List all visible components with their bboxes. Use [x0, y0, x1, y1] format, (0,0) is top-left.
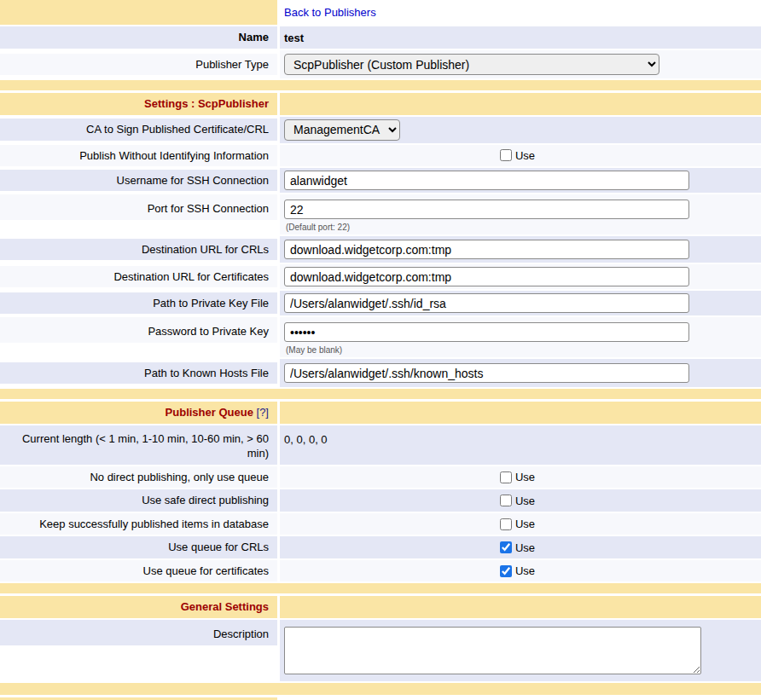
only-queue-checkbox[interactable] — [500, 471, 512, 483]
name-value: test — [280, 26, 761, 49]
queue-crls-checkbox[interactable] — [500, 541, 512, 553]
keep-published-checkbox[interactable] — [500, 518, 512, 530]
queue-header-spacer — [280, 402, 761, 424]
ca-sign-select[interactable]: ManagementCA — [284, 119, 400, 141]
crl-url-input[interactable] — [284, 240, 689, 259]
queue-certs-row: Use queue for certificates Use — [0, 560, 761, 582]
safe-direct-row: Use safe direct publishing Use — [0, 489, 761, 512]
safe-direct-checkbox[interactable] — [500, 495, 512, 506]
anonymize-label: Publish Without Identifying Information — [0, 145, 277, 167]
name-row: Name test — [0, 26, 761, 49]
anonymize-checkbox-label: Use — [515, 149, 535, 162]
only-queue-label: No direct publishing, only use queue — [0, 466, 277, 489]
queue-certs-label: Use queue for certificates — [0, 560, 277, 582]
key-password-input[interactable] — [284, 322, 689, 342]
section-separator — [0, 583, 761, 593]
general-header-spacer — [280, 596, 761, 618]
ca-sign-label: CA to Sign Published Certificate/CRL — [0, 119, 277, 141]
key-password-row: Password to Private Key (May be blank) — [0, 317, 761, 357]
queue-crls-label: Use queue for CRLs — [0, 536, 277, 558]
keep-published-label: Keep successfully published items in dat… — [0, 513, 277, 535]
queue-certs-checkbox[interactable] — [500, 565, 512, 577]
cert-url-input[interactable] — [284, 267, 689, 286]
queue-length-value: 0, 0, 0, 0 — [280, 425, 761, 465]
queue-header-cell: Publisher Queue [?] — [0, 402, 277, 424]
key-path-input[interactable] — [284, 293, 689, 313]
anonymize-checkbox[interactable] — [500, 149, 512, 161]
ssh-port-label: Port for SSH Connection — [0, 194, 277, 220]
only-queue-checkbox-label: Use — [515, 471, 535, 483]
known-hosts-input[interactable] — [284, 363, 689, 383]
keep-published-checkbox-label: Use — [515, 518, 535, 530]
queue-length-row: Current length (< 1 min, 1-10 min, 10-60… — [0, 425, 761, 465]
queue-header-row: Publisher Queue [?] — [0, 402, 761, 424]
key-password-note: (May be blank) — [284, 345, 751, 355]
anonymize-row: Publish Without Identifying Information … — [0, 145, 761, 167]
crl-url-row: Destination URL for CRLs — [0, 236, 761, 263]
safe-direct-label: Use safe direct publishing — [0, 489, 277, 512]
ssh-port-note: (Default port: 22) — [284, 223, 751, 232]
back-link-row: Back to Publishers — [0, 0, 761, 25]
queue-help-link[interactable]: [?] — [257, 406, 269, 419]
ssh-port-input[interactable] — [284, 200, 689, 219]
key-path-row: Path to Private Key File — [0, 291, 761, 315]
back-link-row-spacer — [0, 0, 277, 25]
publisher-type-row: Publisher Type ScpPublisher (Custom Publ… — [0, 50, 761, 78]
only-queue-row: No direct publishing, only use queue Use — [0, 466, 761, 489]
ca-sign-row: CA to Sign Published Certificate/CRL Man… — [0, 117, 761, 143]
keep-published-row: Keep successfully published items in dat… — [0, 513, 761, 535]
scp-settings-header-row: Settings : ScpPublisher — [0, 93, 761, 115]
ssh-port-row: Port for SSH Connection (Default port: 2… — [0, 194, 761, 234]
publisher-edit-page: Back to Publishers Name test Publisher T… — [0, 0, 761, 700]
cert-url-label: Destination URL for Certificates — [0, 266, 277, 288]
known-hosts-label: Path to Known Hosts File — [0, 362, 277, 385]
queue-crls-row: Use queue for CRLs Use — [0, 536, 761, 558]
section-separator — [0, 389, 761, 399]
publisher-type-label: Publisher Type — [0, 54, 277, 76]
scp-settings-header-spacer — [280, 93, 761, 115]
general-header-row: General Settings — [0, 596, 761, 618]
queue-crls-checkbox-label: Use — [515, 541, 535, 554]
queue-length-label: Current length (< 1 min, 1-10 min, 10-60… — [0, 425, 277, 465]
safe-direct-checkbox-label: Use — [515, 495, 535, 507]
section-separator — [0, 683, 761, 695]
scp-settings-title: Settings : ScpPublisher — [0, 93, 277, 115]
ssh-username-input[interactable] — [284, 171, 689, 190]
known-hosts-row: Path to Known Hosts File — [0, 359, 761, 387]
crl-url-label: Destination URL for CRLs — [0, 239, 277, 261]
general-settings-title: General Settings — [0, 596, 277, 618]
key-path-label: Path to Private Key File — [0, 292, 277, 315]
queue-certs-checkbox-label: Use — [515, 564, 535, 577]
description-row: Description — [0, 620, 761, 681]
description-label: Description — [0, 620, 277, 645]
description-textarea[interactable] — [284, 627, 701, 674]
ssh-username-label: Username for SSH Connection — [0, 170, 277, 192]
cert-url-row: Destination URL for Certificates — [0, 264, 761, 289]
section-separator — [0, 80, 761, 90]
ssh-username-row: Username for SSH Connection — [0, 168, 761, 193]
queue-title: Publisher Queue — [166, 406, 253, 419]
publisher-type-select[interactable]: ScpPublisher (Custom Publisher) — [284, 54, 659, 75]
name-label: Name — [0, 26, 277, 49]
key-password-label: Password to Private Key — [0, 317, 277, 343]
back-to-publishers-link[interactable]: Back to Publishers — [284, 6, 751, 19]
